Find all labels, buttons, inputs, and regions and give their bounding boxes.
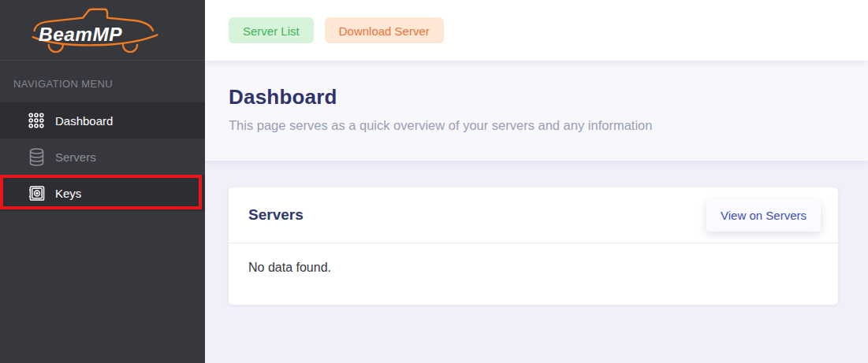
page-header: Dashboard This page serves as a quick ov…	[205, 61, 868, 161]
sidebar-item-label: Servers	[55, 150, 96, 164]
grid-dots-icon	[27, 111, 46, 130]
servers-card: Servers View on Servers No data found.	[229, 187, 838, 305]
sidebar-item-keys[interactable]: Keys	[0, 175, 205, 211]
servers-card-title: Servers	[248, 206, 304, 224]
servers-card-header: Servers View on Servers	[229, 187, 838, 243]
no-data-text: No data found.	[248, 261, 818, 275]
sidebar-item-servers[interactable]: Servers	[0, 139, 205, 175]
view-on-servers-button[interactable]: View on Servers	[706, 199, 821, 232]
sidebar: BeamMP NAVIGATION MENU Dashboard	[0, 0, 205, 363]
safe-icon	[27, 183, 46, 202]
server-list-button[interactable]: Server List	[229, 17, 314, 43]
download-server-button[interactable]: Download Server	[325, 17, 444, 43]
sidebar-item-label: Dashboard	[55, 114, 113, 128]
sidebar-item-label: Keys	[55, 187, 81, 200]
logo-text: BeamMP	[39, 24, 122, 45]
sidebar-item-dashboard[interactable]: Dashboard	[0, 102, 205, 139]
navigation-menu: Dashboard Servers	[0, 102, 205, 211]
logo[interactable]: BeamMP	[0, 0, 205, 61]
page-content: Servers View on Servers No data found.	[205, 161, 868, 363]
nav-section-label: NAVIGATION MENU	[0, 61, 205, 102]
page-subtitle: This page serves as a quick overview of …	[229, 118, 844, 133]
database-icon	[27, 147, 46, 166]
servers-card-body: No data found.	[229, 243, 838, 305]
beammp-truck-logo-icon: BeamMP	[9, 7, 175, 53]
main-area: Server List Download Server Dashboard Th…	[205, 0, 868, 363]
page-title: Dashboard	[229, 85, 844, 109]
topbar: Server List Download Server	[205, 0, 868, 61]
